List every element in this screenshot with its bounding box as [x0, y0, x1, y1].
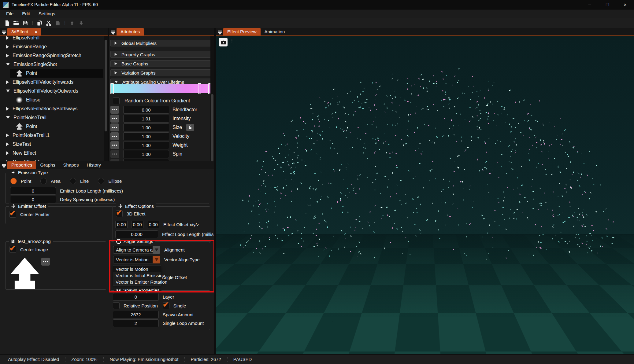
tree-item-pointnoisetrail[interactable]: PointNoiseTrail: [0, 113, 103, 122]
camera-icon[interactable]: [219, 38, 228, 46]
expand-arrow-icon[interactable]: [6, 134, 9, 137]
radio-line[interactable]: Line: [70, 178, 89, 184]
tree-item-ellipsenofillvelocitybothways[interactable]: EllipseNoFillVelocityBothways: [0, 104, 103, 113]
expand-arrow-icon[interactable]: [6, 151, 9, 155]
tab-attributes[interactable]: Attributes: [117, 28, 144, 35]
graph-options-button[interactable]: [110, 150, 119, 158]
tree-item-ellipsenofillvelocityoutwards[interactable]: EllipseNoFillVelocityOutwards: [0, 86, 103, 95]
expand-arrow-icon[interactable]: [6, 80, 9, 84]
collapse-arrow-icon[interactable]: [6, 116, 10, 119]
radio-point[interactable]: Point: [10, 178, 31, 184]
save-file-icon[interactable]: [21, 19, 30, 27]
tree-item-emissionrange[interactable]: EmissionRange: [0, 42, 103, 51]
maximize-button[interactable]: ❐: [599, 0, 616, 9]
collapse-arrow-icon[interactable]: [6, 63, 10, 66]
attributes-scrollbar-thumb[interactable]: [211, 94, 213, 161]
tree-item-point[interactable]: Point: [10, 69, 103, 78]
panel-menu-icon[interactable]: [1, 29, 7, 35]
menu-edit[interactable]: Edit: [18, 11, 34, 16]
section-variation-graphs[interactable]: Variation Graphs: [110, 69, 212, 76]
alignment-value[interactable]: Align to Camera and: [113, 246, 153, 254]
gradient-handle[interactable]: [198, 83, 201, 94]
minimize-button[interactable]: ─: [581, 0, 599, 9]
preview-scene[interactable]: [216, 36, 634, 355]
random-colour-checkbox[interactable]: [113, 97, 120, 104]
expand-arrow-icon[interactable]: [6, 54, 9, 57]
expand-arrow-icon[interactable]: [6, 36, 9, 40]
expand-arrow-icon[interactable]: [6, 107, 9, 111]
tab-3deffects[interactable]: 3dEffect…: [7, 28, 41, 35]
menu-file[interactable]: File: [2, 11, 18, 16]
dropdown-option-vector-is-initial-emission[interactable]: Vector is Initial Emission: [113, 272, 161, 279]
move-down-icon[interactable]: [76, 19, 86, 27]
effect-loop-length-input[interactable]: 0.000: [115, 230, 158, 238]
lock-icon[interactable]: [186, 124, 194, 131]
collapse-arrow-icon[interactable]: [6, 90, 10, 92]
tree-item-emissionsingleshot[interactable]: EmissionSingleShot: [0, 60, 103, 69]
panel-menu-icon[interactable]: [217, 29, 223, 35]
copy-icon[interactable]: [35, 19, 44, 27]
size-input[interactable]: 1.00: [123, 123, 169, 131]
single-loop-amount-input[interactable]: 2: [113, 319, 159, 327]
vector-align-value[interactable]: Vector is Motion: [113, 256, 153, 263]
weight-input[interactable]: 1.00: [123, 141, 169, 149]
spin-input[interactable]: 1.00: [123, 150, 169, 158]
tree-scrollbar-thumb[interactable]: [105, 40, 107, 131]
section-base-graphs[interactable]: Base Graphs: [110, 60, 212, 67]
delay-spawning-input[interactable]: 0: [10, 196, 56, 203]
velocity-input[interactable]: 1.00: [123, 132, 169, 140]
attributes-scrollbar[interactable]: [210, 36, 214, 161]
tree-item-ellipse[interactable]: Ellipse: [0, 95, 103, 104]
radio-area[interactable]: Area: [40, 178, 61, 184]
alignment-dropdown[interactable]: Align to Camera and: [113, 246, 160, 254]
relative-position-checkbox[interactable]: [113, 302, 120, 309]
dropdown-option-vector-is-emitter-rotation[interactable]: Vector is Emitter Rotation: [113, 279, 161, 285]
open-file-icon[interactable]: [12, 19, 21, 27]
menu-settings[interactable]: Settings: [34, 11, 59, 16]
close-button[interactable]: ✕: [616, 0, 634, 9]
tree-item-emissionrangespinningstretch[interactable]: EmissionRangeSpinningStretch: [0, 51, 103, 60]
tree-item-ellipsenofill[interactable]: EllipseNoFill: [0, 36, 103, 42]
radio-ellipse[interactable]: Ellipse: [98, 178, 122, 184]
effect-offset-z-input[interactable]: 0.00: [147, 221, 159, 228]
center-image-checkbox[interactable]: [9, 246, 16, 253]
section-global-multipliers[interactable]: Global Multipliers: [110, 40, 212, 46]
effect-offset-x-input[interactable]: 0.00: [115, 221, 128, 228]
tab-animation[interactable]: Animation: [261, 28, 289, 35]
tree-item-sizetest[interactable]: SizeTest: [0, 140, 103, 149]
tab-history[interactable]: History: [83, 161, 105, 169]
3d-effect-checkbox[interactable]: [116, 210, 123, 217]
center-emitter-checkbox[interactable]: [9, 211, 16, 218]
graph-options-button[interactable]: [110, 115, 119, 123]
panel-menu-icon[interactable]: [1, 163, 7, 169]
intensity-input[interactable]: 1.01: [123, 115, 169, 123]
tree-item-pointnoisetrail-1[interactable]: PointNoiseTrail.1: [0, 131, 103, 140]
tree-item-new-effect-1[interactable]: New Effect 1: [0, 157, 103, 161]
cut-icon[interactable]: [44, 19, 53, 27]
paste-icon[interactable]: [53, 19, 62, 27]
tree-item-point[interactable]: Point: [0, 122, 103, 131]
tree-item-new-effect[interactable]: New Effect: [0, 149, 103, 157]
graph-options-button[interactable]: [110, 132, 119, 140]
graph-options-button[interactable]: [110, 123, 119, 131]
tab-properties[interactable]: Properties: [7, 161, 36, 169]
expand-arrow-icon[interactable]: [6, 45, 9, 49]
panel-menu-icon[interactable]: [110, 29, 117, 35]
emitter-loop-length-input[interactable]: 0: [10, 187, 56, 195]
gradient-handle[interactable]: [110, 83, 114, 94]
lifetime-gradient[interactable]: [110, 84, 212, 93]
graph-options-button[interactable]: [110, 141, 119, 149]
gradient-bar[interactable]: [110, 84, 212, 93]
expand-arrow-icon[interactable]: [6, 142, 9, 146]
image-options-button[interactable]: [41, 258, 50, 266]
layer-input[interactable]: 0: [113, 293, 159, 301]
tree-item-ellipsenofillvelocityinwards[interactable]: EllipseNoFillVelocityInwards: [0, 78, 103, 86]
tab-effect-preview[interactable]: Effect Preview: [223, 28, 261, 35]
tab-shapes[interactable]: Shapes: [59, 161, 83, 169]
graph-options-button[interactable]: [110, 159, 119, 161]
effect-offset-y-input[interactable]: 0.00: [131, 221, 143, 228]
spawn-amount-input[interactable]: 2672: [113, 311, 159, 318]
section-property-graphs[interactable]: Property Graphs: [110, 51, 212, 58]
partial-input[interactable]: [123, 159, 169, 161]
graph-options-button[interactable]: [110, 106, 119, 114]
